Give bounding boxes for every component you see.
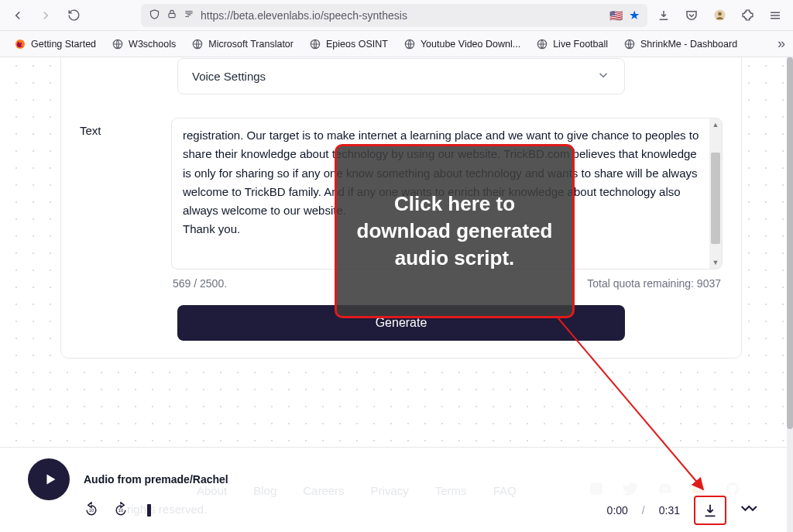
- url-text: https://beta.elevenlabs.io/speech-synthe…: [201, 9, 603, 22]
- pocket-button[interactable]: [680, 4, 703, 27]
- bookmark-label: Youtube Video Downl...: [421, 39, 520, 50]
- globe-icon: [309, 38, 321, 50]
- lock-icon: [166, 9, 177, 22]
- extensions-button[interactable]: [736, 4, 759, 27]
- svg-rect-0: [169, 13, 175, 17]
- bookmark-star-icon[interactable]: ★: [629, 8, 640, 22]
- firefox-icon: [14, 38, 26, 50]
- svg-text:10: 10: [118, 508, 124, 513]
- bookmark-item[interactable]: Youtube Video Downl...: [397, 35, 527, 53]
- bookmark-label: Live Football: [553, 39, 608, 50]
- shield-icon: [149, 9, 160, 22]
- scroll-down-icon[interactable]: ▼: [709, 256, 722, 269]
- callout-text: Click here to download generated audio s…: [354, 190, 555, 272]
- forward-button[interactable]: [34, 4, 57, 27]
- download-audio-button[interactable]: [694, 496, 726, 525]
- bookmark-item[interactable]: ShrinkMe - Dashboard: [617, 35, 743, 53]
- annotation-callout: Click here to download generated audio s…: [335, 144, 575, 318]
- globe-icon: [536, 38, 548, 50]
- voice-settings-label: Voice Settings: [192, 70, 266, 83]
- textarea-scrollbar[interactable]: ▲ ▼: [709, 118, 722, 269]
- bookmark-label: Getting Started: [31, 39, 96, 50]
- forward-10-button[interactable]: 10: [113, 502, 129, 520]
- rewind-10-button[interactable]: 10: [84, 502, 99, 520]
- bookmark-label: ShrinkMe - Dashboard: [640, 39, 737, 50]
- progress-handle[interactable]: [147, 504, 151, 517]
- svg-point-2: [718, 12, 722, 16]
- globe-icon: [191, 38, 204, 50]
- time-elapsed: 0:00: [607, 504, 628, 517]
- player-more-button[interactable]: [740, 503, 759, 519]
- bookmark-label: W3schools: [129, 39, 176, 50]
- char-counter: 569 / 2500.: [173, 277, 227, 290]
- bookmark-item[interactable]: Getting Started: [8, 35, 102, 53]
- bookmark-label: Microsoft Translator: [208, 39, 294, 50]
- audio-progress[interactable]: [146, 509, 590, 513]
- scrollbar-thumb[interactable]: [787, 57, 793, 429]
- svg-text:10: 10: [89, 508, 94, 513]
- permissions-icon: [184, 9, 194, 22]
- scroll-up-icon[interactable]: ▲: [709, 118, 722, 131]
- chevron-down-icon: [596, 68, 610, 84]
- page-scrollbar[interactable]: [787, 57, 793, 532]
- globe-icon: [112, 38, 124, 50]
- text-section-label: Text: [80, 118, 171, 137]
- play-button[interactable]: [28, 458, 70, 500]
- bookmarks-overflow-button[interactable]: »: [778, 36, 785, 52]
- refresh-button[interactable]: [62, 4, 85, 27]
- bookmark-label: Epieos OSINT: [326, 39, 388, 50]
- url-bar[interactable]: https://beta.elevenlabs.io/speech-synthe…: [141, 4, 647, 27]
- scrollbar-thumb[interactable]: [711, 153, 720, 244]
- quota-remaining: Total quota remaining: 9037: [587, 277, 721, 290]
- bookmark-item[interactable]: Epieos OSINT: [303, 35, 394, 53]
- globe-icon: [403, 38, 416, 50]
- bookmark-item[interactable]: W3schools: [105, 35, 182, 53]
- audio-title: Audio from premade/Rachel: [84, 473, 228, 486]
- bookmark-item[interactable]: Microsoft Translator: [185, 35, 300, 53]
- audio-player: Audio from premade/Rachel 10 10 0:00 / 0…: [28, 458, 759, 524]
- time-total: 0:31: [659, 504, 680, 517]
- account-button[interactable]: [708, 4, 731, 27]
- time-sep: /: [642, 504, 645, 517]
- voice-settings-toggle[interactable]: Voice Settings: [177, 58, 625, 94]
- bookmark-item[interactable]: Live Football: [530, 35, 614, 53]
- menu-button[interactable]: [764, 4, 787, 27]
- back-button[interactable]: [6, 4, 29, 27]
- flag-icon: 🇺🇸: [609, 9, 623, 22]
- globe-icon: [623, 38, 636, 50]
- downloads-button[interactable]: [652, 4, 675, 27]
